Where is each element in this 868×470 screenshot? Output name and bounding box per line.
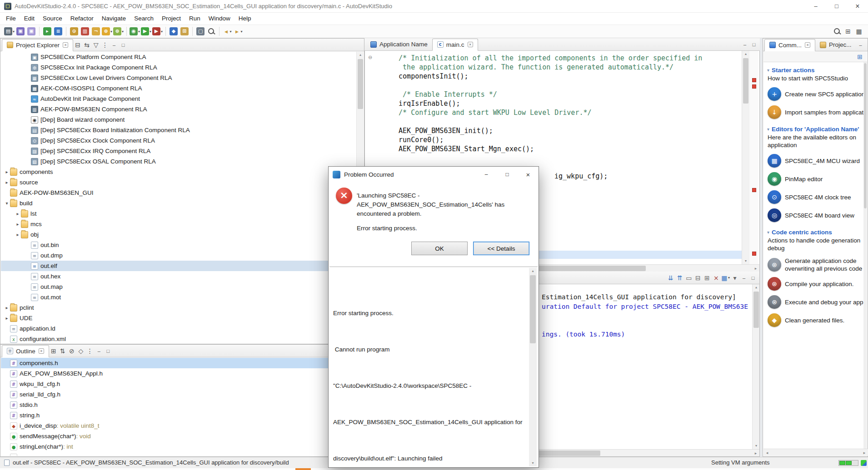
scroll-down-icon[interactable]: ▾ bbox=[753, 443, 760, 449]
scroll-down-icon[interactable]: ▾ bbox=[742, 258, 749, 264]
tree-item[interactable]: ≡ out.mot bbox=[1, 292, 356, 302]
error-marker[interactable] bbox=[752, 84, 756, 89]
scroll-up-icon[interactable]: ▴ bbox=[529, 268, 537, 274]
tab-main-c[interactable]: main.c bbox=[432, 39, 478, 51]
minimize-button[interactable]: – bbox=[805, 0, 826, 12]
scroll-right-icon[interactable]: ▸ bbox=[861, 449, 868, 456]
tree-item[interactable]: ▣ SPC58ECxx Platform Component RLA bbox=[1, 52, 356, 62]
collapse-all-icon[interactable]: ⊟ bbox=[694, 273, 702, 282]
search-menu-icon[interactable] bbox=[206, 26, 216, 36]
menu-item[interactable]: Window bbox=[205, 13, 234, 25]
outline-item[interactable]: ◆ i_device_disp : volatile uint8_t bbox=[1, 421, 356, 431]
menu-item[interactable]: File bbox=[2, 13, 20, 25]
filter-icon[interactable]: ▽ bbox=[92, 40, 100, 49]
scroll-lock-icon[interactable]: ⇊ bbox=[667, 273, 675, 282]
clear-console-icon[interactable]: ▭ bbox=[685, 273, 693, 282]
tree-item[interactable]: ▦ SPC58ECxx Low Level Drivers Component … bbox=[1, 73, 356, 83]
tree-item[interactable]: ≡ out.elf bbox=[1, 261, 356, 271]
error-marker[interactable] bbox=[752, 188, 756, 192]
spc5-generate-icon[interactable]: ▸ bbox=[42, 26, 52, 36]
new-wizard-icon[interactable]: ▤ bbox=[4, 26, 15, 36]
minimize-view-button[interactable]: – bbox=[856, 40, 865, 49]
outline-item[interactable]: # stdio.h bbox=[1, 400, 356, 410]
tree-item[interactable]: ◉ [Dep] Board wizard component bbox=[1, 114, 356, 125]
menu-item[interactable]: Project bbox=[158, 13, 185, 25]
tree-item[interactable]: ▾ build bbox=[1, 198, 356, 208]
tab-project[interactable]: Projec... bbox=[815, 39, 856, 51]
scroll-up-icon[interactable]: ▴ bbox=[357, 52, 364, 58]
details-pane[interactable]: Error starting process. Cannot run progr… bbox=[329, 267, 538, 467]
expand-arrow-icon[interactable]: ▸ bbox=[4, 180, 10, 185]
tree-item[interactable]: ▸ pclint bbox=[1, 302, 356, 313]
gear-codegen-icon[interactable]: ⊛ bbox=[102, 26, 112, 36]
compile-action[interactable]: ⊛ Compile your application. bbox=[763, 275, 863, 293]
editor-vertical-scrollbar[interactable]: ▴ ▾ bbox=[742, 51, 749, 264]
section-twistie-icon[interactable]: ▾ bbox=[767, 68, 769, 73]
minimize-view-button[interactable]: – bbox=[95, 346, 104, 356]
generate-code-action[interactable]: ⊛ Generate application code overwriting … bbox=[763, 255, 863, 275]
outline-item[interactable]: # wkpu_lld_cfg.h bbox=[1, 379, 356, 389]
collapse-all-icon[interactable]: ⊟ bbox=[74, 40, 82, 49]
perspective-icon[interactable]: ▦ bbox=[854, 26, 864, 36]
tree-item[interactable]: ▤ [Dep] SPC58ECxx Board Initialization C… bbox=[1, 125, 356, 135]
dialog-title-bar[interactable]: Problem Occurred – □ × bbox=[329, 167, 539, 182]
minimize-view-button[interactable]: – bbox=[740, 40, 749, 49]
menu-item[interactable]: Navigate bbox=[98, 13, 130, 25]
build-icon[interactable]: ⊙ bbox=[69, 26, 79, 36]
customize-view-icon[interactable]: ⊞ bbox=[855, 52, 865, 62]
toolbox-icon[interactable]: ▥ bbox=[80, 26, 90, 36]
hide-fields-icon[interactable]: ⊘ bbox=[68, 346, 76, 356]
section-twistie-icon[interactable]: ▾ bbox=[767, 127, 769, 132]
maximize-view-button[interactable]: □ bbox=[748, 273, 758, 282]
board-view-action[interactable]: ◎ SPC58EC 4M board view bbox=[763, 206, 863, 224]
scrollbar-thumb[interactable] bbox=[753, 292, 759, 328]
error-marker[interactable] bbox=[752, 252, 756, 256]
save-icon[interactable]: ▣ bbox=[15, 26, 25, 36]
maximize-view-button[interactable]: □ bbox=[749, 40, 758, 49]
forward-icon[interactable]: ▸ bbox=[233, 26, 243, 36]
tree-item[interactable]: ▸ source bbox=[1, 177, 356, 188]
separator[interactable] bbox=[219, 27, 219, 36]
pin-console-icon[interactable]: ⇈ bbox=[676, 273, 684, 282]
tree-item[interactable]: ▥ AEK-POW-BMS63EN Component RLA bbox=[1, 104, 356, 114]
details-scrollbar[interactable]: ▴ ▾ bbox=[529, 268, 537, 466]
open-perspective-icon[interactable]: ⊞ bbox=[843, 26, 853, 36]
import-samples-action[interactable]: ↓ Import samples from applications bbox=[763, 103, 863, 121]
new-component-icon[interactable]: ◆ bbox=[169, 26, 179, 36]
view-menu-icon[interactable]: ▾ bbox=[731, 273, 739, 282]
tab-close-icon[interactable] bbox=[39, 348, 44, 354]
scroll-right-icon[interactable]: ▸ bbox=[752, 265, 759, 272]
mcu-wizard-action[interactable]: ▦ SPC58EC_4M MCU wizard bbox=[763, 152, 863, 170]
dialog-close-button[interactable]: × bbox=[518, 167, 539, 182]
expand-arrow-icon[interactable]: ▸ bbox=[4, 305, 10, 310]
details-button[interactable]: << Details bbox=[473, 242, 529, 255]
tree-item[interactable]: ▩ AEK-COM-ISOSPI1 Component RLA bbox=[1, 83, 356, 94]
separator[interactable] bbox=[126, 27, 127, 36]
console-vertical-scrollbar[interactable]: ▴ ▾ bbox=[752, 284, 759, 449]
separator[interactable] bbox=[192, 27, 193, 36]
tab-outline[interactable]: Outline bbox=[2, 345, 49, 357]
menu-item[interactable]: Source bbox=[39, 13, 66, 25]
spc5-config-icon[interactable]: ≡ bbox=[53, 26, 63, 36]
expand-arrow-icon[interactable]: ▸ bbox=[4, 169, 10, 174]
close-console-icon[interactable]: × bbox=[712, 273, 720, 282]
expand-arrow-icon[interactable]: ▾ bbox=[4, 201, 10, 206]
sort-icon[interactable]: ⇅ bbox=[59, 346, 67, 356]
tree-item[interactable]: ≈ AutoDevKit Init Package Component bbox=[1, 94, 356, 104]
outline-item[interactable]: # string.h bbox=[1, 410, 356, 421]
error-marker[interactable] bbox=[752, 78, 756, 82]
outline-item[interactable]: ● sendMessage(char*) : void bbox=[1, 431, 356, 441]
view-menu-icon[interactable]: ⋮ bbox=[101, 40, 109, 49]
expand-arrow-icon[interactable]: ▸ bbox=[4, 316, 10, 321]
minimize-view-button[interactable]: – bbox=[110, 40, 119, 49]
outline-item[interactable]: # components.h bbox=[1, 358, 356, 368]
section-twistie-icon[interactable]: ▾ bbox=[767, 230, 769, 235]
run-icon[interactable]: ▶ bbox=[141, 26, 151, 36]
separator[interactable] bbox=[66, 27, 66, 36]
gear-build-icon[interactable]: ⊛ bbox=[113, 26, 124, 36]
maximize-view-button[interactable]: □ bbox=[865, 40, 868, 49]
pin-config-icon[interactable]: ⊞ bbox=[180, 26, 190, 36]
scrollbar-thumb[interactable] bbox=[743, 58, 748, 104]
clock-tree-action[interactable]: ⊙ SPC58EC 4M clock tree bbox=[763, 188, 863, 206]
tree-item[interactable]: ≡ out.dmp bbox=[1, 250, 356, 261]
